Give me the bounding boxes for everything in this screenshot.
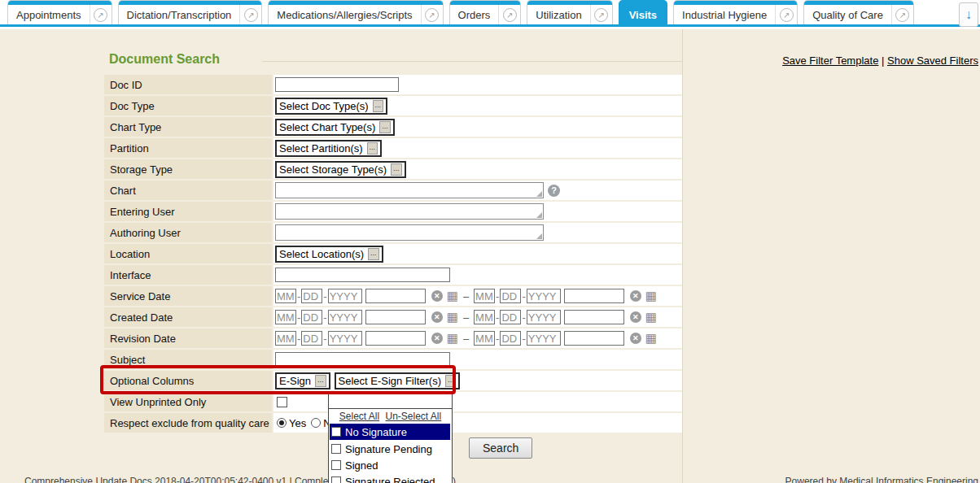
calendar-icon[interactable]: ▦ [645,311,657,323]
tab-utilization[interactable]: Utilization ↗ [527,0,612,24]
to-day-input[interactable] [500,310,521,324]
save-filter-template-link[interactable]: Save Filter Template [782,54,878,67]
clear-date-icon[interactable]: ✕ [431,333,443,344]
from-date-input[interactable] [365,331,426,346]
button-label: Select Storage Type(s) [279,163,387,176]
ellipsis-icon: ... [391,163,402,176]
calendar-icon[interactable]: ▦ [645,333,657,344]
view-unprinted-checkbox[interactable] [277,397,287,407]
ellipsis-icon: ... [379,121,391,133]
from-day-input[interactable] [301,310,322,324]
to-date-input[interactable] [564,289,624,303]
tab-label: Appointments [8,4,90,21]
to-date-input[interactable] [564,331,624,346]
popout-button[interactable]: ↗ [498,1,520,24]
esign-column-button[interactable]: E-Sign... [275,372,330,389]
tab-orders[interactable]: Orders ↗ [449,0,522,24]
field-value [273,75,682,94]
to-day-input[interactable] [500,331,521,346]
tab-industrial-hygiene[interactable]: Industrial Hygiene ↗ [673,0,798,24]
date-range: --✕▦–--✕▦ [275,331,657,346]
to-month-input[interactable] [474,289,495,303]
quality-care-no-radio[interactable] [311,418,321,428]
clear-date-icon[interactable]: ✕ [630,290,641,302]
dropdown-option-signed[interactable]: Signed [329,457,452,473]
from-day-input[interactable] [301,331,322,346]
option-checkbox[interactable] [331,427,341,437]
help-icon[interactable]: ? [548,185,560,197]
calendar-icon[interactable]: ▦ [447,311,458,323]
from-day-input[interactable] [301,289,322,303]
doc-id-input[interactable] [275,77,399,92]
tab-dictation-transcription[interactable]: Dictation/Transcription ↗ [118,0,263,24]
tab-medications-allergies-scripts[interactable]: Medications/Allergies/Scripts ↗ [268,0,443,24]
popout-button[interactable]: ↗ [90,1,112,24]
select-chart-type-button[interactable]: Select Chart Type(s)... [275,119,395,136]
row-subject: Subject [104,350,682,369]
tab-quality-of-care[interactable]: Quality of Care ↗ [803,0,914,24]
clear-date-icon[interactable]: ✕ [630,333,641,344]
footer-powered-by: Powered by Medical Informatics Engineeri… [785,476,978,483]
subject-input[interactable] [275,352,450,367]
chart-input[interactable] [275,182,544,198]
select-all-link[interactable]: Select All [339,411,379,422]
to-year-input[interactable] [527,310,561,324]
calendar-icon[interactable]: ▦ [447,333,458,344]
button-label: Select Location(s) [279,248,364,260]
clear-date-icon[interactable]: ✕ [630,311,641,323]
dropdown-option-signature-pending[interactable]: Signature Pending [329,441,452,457]
search-button[interactable]: Search [469,437,532,459]
quality-care-yes-radio[interactable] [277,418,287,428]
from-month-input[interactable] [275,331,296,346]
popout-button[interactable]: ↗ [421,1,443,24]
from-date-input[interactable] [365,310,426,324]
field-label: Created Date [104,307,272,327]
from-year-input[interactable] [328,331,362,346]
date-dash: - [297,311,300,324]
to-day-input[interactable] [500,289,521,303]
to-year-input[interactable] [527,331,561,346]
from-year-input[interactable] [328,310,362,324]
from-date-input[interactable] [365,289,426,303]
select-doc-type-button[interactable]: Select Doc Type(s)... [275,98,387,115]
calendar-icon[interactable]: ▦ [447,290,458,302]
field-label: View Unprinted Only [104,392,272,411]
to-year-input[interactable] [527,289,561,303]
tab-appointments[interactable]: Appointments ↗ [7,0,112,24]
to-month-input[interactable] [474,310,495,324]
ellipsis-icon: ... [445,375,457,387]
select-esign-filter-button[interactable]: Select E-Sign Filter(s)... [335,372,461,389]
scroll-down-button[interactable]: ↓ [959,2,978,27]
date-dash: - [522,333,525,345]
to-month-input[interactable] [474,331,495,346]
from-month-input[interactable] [275,289,296,303]
select-location-button[interactable]: Select Location(s)... [275,246,383,263]
calendar-icon[interactable]: ▦ [645,290,657,302]
dropdown-option-signature-rejected[interactable]: Signature Rejected [329,473,452,483]
option-checkbox[interactable] [331,476,341,483]
show-saved-filters-link[interactable]: Show Saved Filters [887,54,978,67]
tab-label: Industrial Hygiene [674,4,775,21]
clear-date-icon[interactable]: ✕ [431,290,443,302]
option-checkbox[interactable] [331,460,341,470]
select-partition-button[interactable]: Select Partition(s)... [275,140,382,157]
row-entering-user: Entering User [104,202,682,221]
interface-input[interactable] [275,268,450,282]
select-storage-type-button[interactable]: Select Storage Type(s)... [275,161,406,178]
option-checkbox[interactable] [331,444,341,454]
option-label: Signature Rejected [345,476,435,483]
to-date-input[interactable] [564,310,624,324]
popout-button[interactable]: ↗ [239,1,261,24]
row-revision-date: Revision Date --✕▦–--✕▦ [104,329,682,348]
authoring-user-input[interactable] [275,224,544,241]
clear-date-icon[interactable]: ✕ [431,311,443,323]
from-year-input[interactable] [328,289,362,303]
popout-button[interactable]: ↗ [775,1,797,24]
from-month-input[interactable] [275,310,296,324]
dropdown-option-no-signature[interactable]: No Signature [330,424,450,440]
tab-visits-active[interactable]: Visits [619,0,667,24]
popout-button[interactable]: ↗ [891,1,913,24]
popout-button[interactable]: ↗ [590,1,612,24]
entering-user-input[interactable] [275,203,544,220]
unselect-all-link[interactable]: Un-Select All [386,411,442,422]
